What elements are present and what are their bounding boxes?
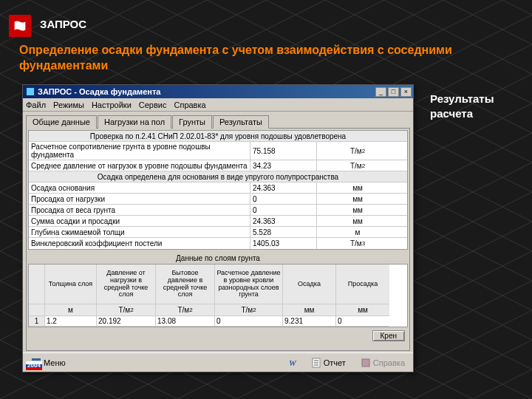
row-label: Просадка от веса грунта xyxy=(29,205,250,215)
row-label: Среднее давление от нагрузок в уровне по… xyxy=(29,160,250,171)
row-label: Осадка основания xyxy=(29,183,250,193)
kren-button[interactable]: Крен xyxy=(372,330,405,341)
tab-general[interactable]: Общие данные xyxy=(26,115,97,129)
menu-settings[interactable]: Настройки xyxy=(92,100,132,109)
report-icon xyxy=(311,358,321,368)
col-header: Давление от нагрузки в средней точке сло… xyxy=(97,265,156,304)
toolbar-report-button[interactable]: Отчет xyxy=(306,355,351,370)
row-label: Глубина сжимаемой толщи xyxy=(29,227,250,237)
row-value: 34.23 xyxy=(250,160,317,171)
maximize-button[interactable]: □ xyxy=(388,87,399,97)
col-unit: м xyxy=(45,304,97,316)
row-value: 0 xyxy=(250,205,317,215)
col-header: Осадка xyxy=(283,265,336,304)
row-label: Просадка от нагрузки xyxy=(29,194,250,204)
col-header xyxy=(29,265,45,304)
soil-layers-grid: Данные по слоям грунта Толщина слоя Давл… xyxy=(28,253,408,327)
tab-results[interactable]: Результаты xyxy=(213,115,269,129)
row-label: Расчетное сопротивление грунта в уровне … xyxy=(29,142,250,160)
cell: 20.192 xyxy=(97,316,156,327)
toolbar-w-button[interactable]: W xyxy=(284,356,301,369)
cell: 1.2 xyxy=(45,316,97,327)
close-button[interactable]: × xyxy=(400,87,412,97)
toolbar-help-button[interactable]: Справка xyxy=(355,355,410,370)
app-window: ЗАПРОС - Осадка фундамента _ □ × Файл Ре… xyxy=(22,84,414,372)
tab-loads[interactable]: Нагрузки на пол xyxy=(98,115,171,129)
col-header: Расчетное давление в уровне кровли разно… xyxy=(215,265,283,304)
cell: 0 xyxy=(336,316,389,327)
row-value: 75.158 xyxy=(250,142,317,160)
results-grid-1: Проверка по п.2.41 СНиП 2.02.01-83* для … xyxy=(28,130,408,250)
col-header: Толщина слоя xyxy=(45,265,97,304)
toolbar-help-label: Справка xyxy=(373,358,405,367)
window-title: ЗАПРОС - Осадка фундамента xyxy=(38,87,375,96)
tab-soils[interactable]: Грунты xyxy=(172,115,212,129)
tab-body: Проверка по п.2.41 СНиП 2.02.01-83* для … xyxy=(26,128,410,351)
check-row: Проверка по п.2.41 СНиП 2.02.01-83* для … xyxy=(29,131,407,141)
col-unit xyxy=(29,304,45,316)
row-unit: мм xyxy=(317,183,398,193)
col-unit: Т/м2 xyxy=(97,304,156,316)
word-icon: W xyxy=(289,358,296,367)
col-unit: Т/м2 xyxy=(215,304,283,316)
tab-strip: Общие данные Нагрузки на пол Грунты Резу… xyxy=(23,112,413,128)
toolbar-menu-label: Меню xyxy=(44,358,66,367)
row-value: 0 xyxy=(250,194,317,204)
menubar: Файл Режимы Настройки Сервис Справка xyxy=(23,98,413,112)
row-value: 24.363 xyxy=(250,216,317,226)
menu-file[interactable]: Файл xyxy=(26,100,46,109)
row-unit: Т/м2 xyxy=(317,160,398,171)
svg-rect-7 xyxy=(362,359,369,366)
cell: 13.08 xyxy=(156,316,215,327)
app-icon xyxy=(26,87,35,96)
row-unit: Т/м3 xyxy=(317,238,398,249)
menu-modes[interactable]: Режимы xyxy=(53,100,84,109)
book-icon xyxy=(361,358,371,368)
col-unit: мм xyxy=(336,304,389,316)
row-num: 1 xyxy=(29,316,45,327)
cell: 9.231 xyxy=(283,316,336,327)
slide-header: ЗАПРОС xyxy=(40,18,86,30)
row-label: Винклеровский коэффициент постели xyxy=(29,238,250,249)
grid2-caption: Данные по слоям грунта xyxy=(28,253,408,264)
slide-subtitle: Определение осадки фундамента с учетом в… xyxy=(19,43,492,74)
section-label: Осадка определена для основания в виде у… xyxy=(29,171,407,182)
minimize-button[interactable]: _ xyxy=(375,87,386,97)
row-unit: мм xyxy=(317,216,398,226)
year-badge: 2004 xyxy=(26,361,42,370)
row-unit: м xyxy=(317,227,398,237)
col-unit: Т/м2 xyxy=(156,304,215,316)
svg-rect-0 xyxy=(32,358,41,361)
col-unit: мм xyxy=(283,304,336,316)
row-value: 1405.03 xyxy=(250,238,317,249)
row-value: 24.363 xyxy=(250,183,317,193)
menu-service[interactable]: Сервис xyxy=(139,100,167,109)
menu-help[interactable]: Справка xyxy=(174,100,205,109)
row-value: 5.528 xyxy=(250,227,317,237)
row-unit: мм xyxy=(317,194,398,204)
table-row[interactable]: 1 1.2 20.192 13.08 0 9.231 0 xyxy=(29,316,407,327)
toolbar-report-label: Отчет xyxy=(324,358,346,367)
col-header: Бытовое давление в средней точке слоя xyxy=(156,265,215,304)
cell: 0 xyxy=(215,316,283,327)
row-label: Сумма осадки и просадки xyxy=(29,216,250,226)
col-header: Просадка xyxy=(336,265,389,304)
row-unit: мм xyxy=(317,205,398,215)
app-logo xyxy=(9,15,31,37)
row-unit: Т/м2 xyxy=(317,142,398,160)
results-label: Результаты расчета xyxy=(430,92,532,120)
bottom-toolbar: Меню W Отчет Справка xyxy=(23,352,413,372)
titlebar[interactable]: ЗАПРОС - Осадка фундамента _ □ × xyxy=(23,85,413,98)
